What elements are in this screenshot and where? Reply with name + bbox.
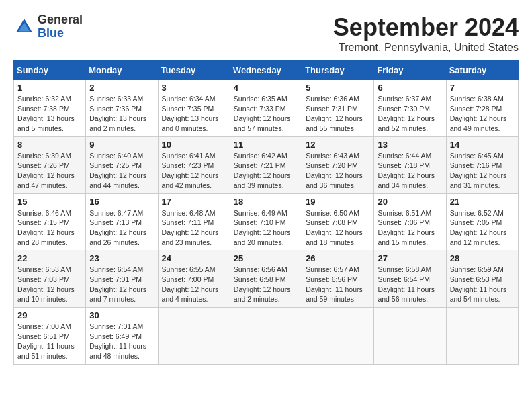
logo: General Blue bbox=[13, 13, 83, 40]
day-info: Sunrise: 6:32 AMSunset: 7:38 PMDaylight:… bbox=[17, 94, 82, 134]
day-number: 19 bbox=[306, 197, 370, 207]
calendar-cell: 10Sunrise: 6:41 AMSunset: 7:23 PMDayligh… bbox=[158, 136, 230, 193]
day-number: 16 bbox=[89, 197, 154, 207]
weekday-tuesday: Tuesday bbox=[158, 61, 230, 80]
day-info: Sunrise: 6:59 AMSunset: 6:53 PMDaylight:… bbox=[450, 265, 515, 304]
weekday-header-row: SundayMondayTuesdayWednesdayThursdayFrid… bbox=[14, 61, 519, 80]
day-number: 29 bbox=[17, 310, 82, 320]
day-info: Sunrise: 6:48 AMSunset: 7:11 PMDaylight:… bbox=[162, 208, 226, 248]
day-number: 22 bbox=[17, 253, 82, 263]
calendar-cell: 7Sunrise: 6:38 AMSunset: 7:28 PMDaylight… bbox=[446, 80, 518, 137]
day-info: Sunrise: 6:44 AMSunset: 7:18 PMDaylight:… bbox=[378, 151, 442, 191]
calendar-cell: 26Sunrise: 6:57 AMSunset: 6:56 PMDayligh… bbox=[302, 250, 374, 308]
day-info: Sunrise: 6:41 AMSunset: 7:23 PMDaylight:… bbox=[162, 151, 226, 191]
calendar-cell: 29Sunrise: 7:00 AMSunset: 6:51 PMDayligh… bbox=[14, 308, 86, 365]
weekday-saturday: Saturday bbox=[446, 61, 518, 80]
day-info: Sunrise: 6:57 AMSunset: 6:56 PMDaylight:… bbox=[306, 265, 370, 304]
calendar-week-2: 8Sunrise: 6:39 AMSunset: 7:26 PMDaylight… bbox=[14, 136, 519, 193]
calendar-week-1: 1Sunrise: 6:32 AMSunset: 7:38 PMDaylight… bbox=[14, 80, 519, 137]
day-number: 4 bbox=[234, 83, 298, 93]
calendar-cell bbox=[446, 308, 518, 365]
day-info: Sunrise: 6:50 AMSunset: 7:08 PMDaylight:… bbox=[306, 208, 370, 248]
day-number: 27 bbox=[378, 253, 442, 263]
location: Tremont, Pennsylvania, United States bbox=[333, 42, 519, 54]
calendar-cell bbox=[374, 308, 446, 365]
day-info: Sunrise: 6:42 AMSunset: 7:21 PMDaylight:… bbox=[234, 151, 298, 191]
calendar-week-4: 22Sunrise: 6:53 AMSunset: 7:03 PMDayligh… bbox=[14, 250, 519, 308]
calendar-cell: 1Sunrise: 6:32 AMSunset: 7:38 PMDaylight… bbox=[14, 80, 86, 137]
day-number: 3 bbox=[162, 83, 226, 93]
calendar-cell: 27Sunrise: 6:58 AMSunset: 6:54 PMDayligh… bbox=[374, 250, 446, 308]
day-number: 23 bbox=[89, 253, 154, 263]
calendar-cell: 22Sunrise: 6:53 AMSunset: 7:03 PMDayligh… bbox=[14, 250, 86, 308]
calendar-cell: 5Sunrise: 6:36 AMSunset: 7:31 PMDaylight… bbox=[302, 80, 374, 137]
day-number: 26 bbox=[306, 253, 370, 263]
calendar-header: SundayMondayTuesdayWednesdayThursdayFrid… bbox=[14, 61, 519, 80]
calendar-cell: 14Sunrise: 6:45 AMSunset: 7:16 PMDayligh… bbox=[446, 136, 518, 193]
day-info: Sunrise: 6:33 AMSunset: 7:36 PMDaylight:… bbox=[89, 94, 154, 134]
day-info: Sunrise: 6:43 AMSunset: 7:20 PMDaylight:… bbox=[306, 151, 370, 191]
calendar-cell: 24Sunrise: 6:55 AMSunset: 7:00 PMDayligh… bbox=[158, 250, 230, 308]
calendar-cell: 25Sunrise: 6:56 AMSunset: 6:58 PMDayligh… bbox=[230, 250, 302, 308]
calendar-cell: 15Sunrise: 6:46 AMSunset: 7:15 PMDayligh… bbox=[14, 193, 86, 250]
calendar-cell: 17Sunrise: 6:48 AMSunset: 7:11 PMDayligh… bbox=[158, 193, 230, 250]
calendar-cell bbox=[230, 308, 302, 365]
day-info: Sunrise: 6:53 AMSunset: 7:03 PMDaylight:… bbox=[17, 265, 82, 304]
calendar-cell: 19Sunrise: 6:50 AMSunset: 7:08 PMDayligh… bbox=[302, 193, 374, 250]
day-info: Sunrise: 7:00 AMSunset: 6:51 PMDaylight:… bbox=[17, 322, 82, 361]
day-number: 5 bbox=[306, 83, 370, 93]
day-number: 17 bbox=[162, 197, 226, 207]
day-number: 30 bbox=[89, 310, 154, 320]
day-info: Sunrise: 6:37 AMSunset: 7:30 PMDaylight:… bbox=[378, 94, 442, 134]
day-number: 18 bbox=[234, 197, 298, 207]
calendar-cell: 4Sunrise: 6:35 AMSunset: 7:33 PMDaylight… bbox=[230, 80, 302, 137]
weekday-wednesday: Wednesday bbox=[230, 61, 302, 80]
day-number: 15 bbox=[17, 197, 82, 207]
day-number: 8 bbox=[17, 140, 82, 150]
day-info: Sunrise: 6:38 AMSunset: 7:28 PMDaylight:… bbox=[450, 94, 515, 134]
day-info: Sunrise: 6:45 AMSunset: 7:16 PMDaylight:… bbox=[450, 151, 515, 191]
day-number: 14 bbox=[450, 140, 515, 150]
day-info: Sunrise: 6:34 AMSunset: 7:35 PMDaylight:… bbox=[162, 94, 226, 134]
calendar-body: 1Sunrise: 6:32 AMSunset: 7:38 PMDaylight… bbox=[14, 80, 519, 365]
day-number: 11 bbox=[234, 140, 298, 150]
calendar-cell: 13Sunrise: 6:44 AMSunset: 7:18 PMDayligh… bbox=[374, 136, 446, 193]
day-number: 24 bbox=[162, 253, 226, 263]
calendar-cell: 28Sunrise: 6:59 AMSunset: 6:53 PMDayligh… bbox=[446, 250, 518, 308]
calendar-table: SundayMondayTuesdayWednesdayThursdayFrid… bbox=[13, 60, 519, 365]
logo-general: General bbox=[38, 13, 83, 26]
day-info: Sunrise: 6:58 AMSunset: 6:54 PMDaylight:… bbox=[378, 265, 442, 304]
calendar-week-3: 15Sunrise: 6:46 AMSunset: 7:15 PMDayligh… bbox=[14, 193, 519, 250]
day-number: 13 bbox=[378, 140, 442, 150]
day-number: 6 bbox=[378, 83, 442, 93]
logo-icon bbox=[13, 16, 35, 38]
calendar-cell: 3Sunrise: 6:34 AMSunset: 7:35 PMDaylight… bbox=[158, 80, 230, 137]
logo-text: General Blue bbox=[38, 13, 83, 40]
calendar-cell bbox=[158, 308, 230, 365]
day-number: 25 bbox=[234, 253, 298, 263]
day-info: Sunrise: 6:51 AMSunset: 7:06 PMDaylight:… bbox=[378, 208, 442, 248]
day-info: Sunrise: 6:55 AMSunset: 7:00 PMDaylight:… bbox=[162, 265, 226, 304]
day-info: Sunrise: 7:01 AMSunset: 6:49 PMDaylight:… bbox=[89, 322, 154, 361]
calendar-cell: 23Sunrise: 6:54 AMSunset: 7:01 PMDayligh… bbox=[86, 250, 158, 308]
calendar-cell: 18Sunrise: 6:49 AMSunset: 7:10 PMDayligh… bbox=[230, 193, 302, 250]
day-number: 21 bbox=[450, 197, 515, 207]
day-number: 2 bbox=[89, 83, 154, 93]
day-info: Sunrise: 6:36 AMSunset: 7:31 PMDaylight:… bbox=[306, 94, 370, 134]
calendar-cell: 12Sunrise: 6:43 AMSunset: 7:20 PMDayligh… bbox=[302, 136, 374, 193]
day-info: Sunrise: 6:39 AMSunset: 7:26 PMDaylight:… bbox=[17, 151, 82, 191]
calendar-cell: 2Sunrise: 6:33 AMSunset: 7:36 PMDaylight… bbox=[86, 80, 158, 137]
day-number: 20 bbox=[378, 197, 442, 207]
day-info: Sunrise: 6:46 AMSunset: 7:15 PMDaylight:… bbox=[17, 208, 82, 248]
calendar-cell: 8Sunrise: 6:39 AMSunset: 7:26 PMDaylight… bbox=[14, 136, 86, 193]
day-info: Sunrise: 6:40 AMSunset: 7:25 PMDaylight:… bbox=[89, 151, 154, 191]
weekday-friday: Friday bbox=[374, 61, 446, 80]
month-year: September 2024 bbox=[333, 13, 519, 42]
calendar-cell: 20Sunrise: 6:51 AMSunset: 7:06 PMDayligh… bbox=[374, 193, 446, 250]
day-info: Sunrise: 6:35 AMSunset: 7:33 PMDaylight:… bbox=[234, 94, 298, 134]
day-info: Sunrise: 6:56 AMSunset: 6:58 PMDaylight:… bbox=[234, 265, 298, 304]
day-number: 1 bbox=[17, 83, 82, 93]
day-number: 10 bbox=[162, 140, 226, 150]
weekday-sunday: Sunday bbox=[14, 61, 86, 80]
calendar-cell: 16Sunrise: 6:47 AMSunset: 7:13 PMDayligh… bbox=[86, 193, 158, 250]
